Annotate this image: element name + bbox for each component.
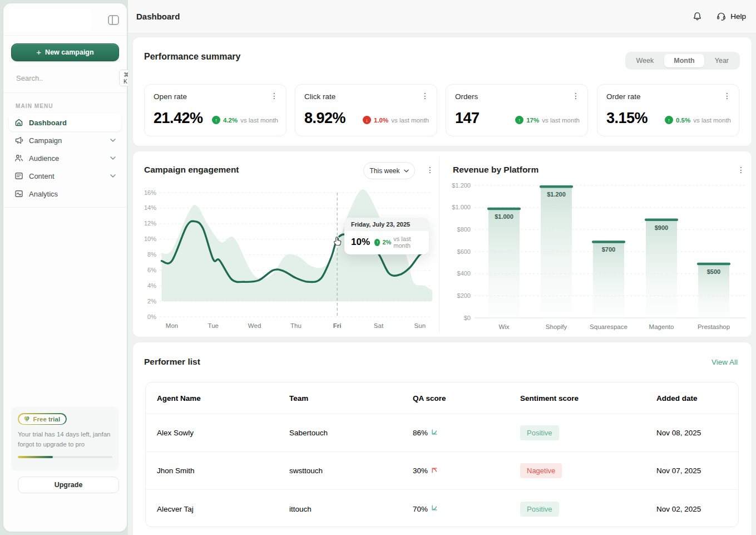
qa-score: 86%: [413, 429, 428, 437]
revenue-bar-chart[interactable]: $1.200$1.000$800$600$400$200$0$1.000Wix$…: [446, 180, 749, 337]
free-trial-badge: Free trial: [18, 413, 67, 425]
arrow-down-icon: ↓: [363, 116, 371, 124]
kebab-menu-icon[interactable]: ⋮: [737, 166, 745, 174]
sidebar-item-dashboard[interactable]: Dashboard: [9, 114, 121, 131]
svg-text:$700: $700: [602, 246, 615, 253]
range-option-week[interactable]: Week: [627, 54, 664, 67]
performer-list-title: Performer list: [144, 357, 200, 367]
table-row[interactable]: Alecver Taj ittouch 70% Positive Nov 02,…: [146, 490, 738, 527]
arrow-up-icon: ↑: [212, 116, 220, 124]
kebab-menu-icon[interactable]: ⋮: [426, 166, 434, 174]
svg-text:$1.200: $1.200: [452, 182, 471, 189]
dashboard-app: + New campaign ⌘ K MAIN MENU Dashboard C…: [0, 0, 756, 535]
delta-value: 2%: [382, 239, 391, 246]
svg-text:10%: 10%: [144, 235, 156, 242]
delta-suffix: vs last month: [542, 117, 580, 124]
range-segmented-control: Week Month Year: [625, 52, 740, 70]
view-all-link[interactable]: View All: [711, 358, 738, 366]
column-header: QA score: [413, 394, 520, 403]
megaphone-icon: [14, 136, 23, 145]
kebab-menu-icon[interactable]: ⋮: [572, 92, 580, 100]
help-button[interactable]: Help: [716, 11, 746, 22]
sidebar-item-campaign[interactable]: Campaign: [9, 131, 121, 149]
performer-list-panel: Performer list View All Agent Name Team …: [132, 342, 752, 535]
svg-text:12%: 12%: [144, 220, 156, 227]
content-icon: [14, 171, 23, 180]
performer-table: Agent Name Team QA score Sentiment score…: [145, 382, 739, 527]
svg-text:Wed: Wed: [248, 322, 261, 329]
chart-tooltip: Friday, July 23, 2025 10% ↑ 2% vs last m…: [344, 218, 429, 254]
sidebar-item-label: Analytics: [29, 190, 116, 198]
gem-icon: [23, 416, 30, 423]
delta-value: 1.0%: [374, 117, 388, 124]
kebab-menu-icon[interactable]: ⋮: [270, 92, 278, 100]
page-title: Dashboard: [136, 12, 180, 21]
new-campaign-button[interactable]: + New campaign: [11, 43, 119, 61]
range-option-year[interactable]: Year: [705, 54, 738, 67]
trial-progress-bar: [18, 456, 112, 458]
agent-name: Alex Sowly: [157, 429, 289, 437]
performance-summary-panel: Performance summary Week Month Year Open…: [132, 37, 752, 146]
home-icon: [14, 118, 23, 127]
svg-text:14%: 14%: [144, 204, 156, 211]
sidebar-toggle-icon[interactable]: [107, 13, 120, 27]
svg-text:Shopify: Shopify: [546, 323, 567, 330]
main-area: Dashboard Help Performance summary Week …: [128, 0, 756, 535]
svg-text:$400: $400: [457, 270, 471, 277]
table-row[interactable]: Jhon Smith swsttouch 30% Nagetive Nov 07…: [146, 452, 738, 490]
range-option-month[interactable]: Month: [664, 54, 704, 67]
sentiment-badge: Positive: [520, 502, 559, 517]
revenue-chart-title: Revenue by Platform: [453, 165, 538, 175]
team-name: Sabertouch: [289, 429, 413, 437]
svg-text:0%: 0%: [147, 313, 156, 320]
metric-label: Open rate: [154, 92, 187, 101]
trend-up-icon: [431, 504, 438, 513]
svg-text:Thu: Thu: [290, 322, 302, 329]
agent-name: Alecver Taj: [157, 505, 289, 513]
metric-value: 3.15%: [606, 110, 648, 127]
metric-value: 147: [455, 110, 480, 127]
sidebar-item-content[interactable]: Content: [9, 167, 121, 185]
metric-label: Order rate: [606, 92, 641, 101]
sidebar-item-label: Content: [29, 172, 105, 180]
svg-text:$600: $600: [457, 248, 471, 255]
trial-description: Your trial has 14 days left, janfan forg…: [18, 430, 112, 450]
delta-suffix: vs last month: [240, 117, 278, 124]
metric-value: 21.42%: [154, 110, 203, 127]
delta-value: 17%: [526, 117, 539, 124]
svg-text:16%: 16%: [144, 189, 156, 196]
kebab-menu-icon[interactable]: ⋮: [723, 92, 731, 100]
table-row[interactable]: Alex Sowly Sabertouch 86% Positive Nov 0…: [146, 414, 738, 452]
engagement-line-chart[interactable]: 16%14%12%10%8%6%4%2%0%MonTueWedThuFriSat…: [140, 188, 433, 333]
team-name: swsttouch: [289, 467, 413, 475]
engagement-range-dropdown[interactable]: This week: [363, 162, 415, 179]
search-input[interactable]: [16, 74, 114, 82]
svg-text:Magento: Magento: [649, 323, 674, 330]
svg-text:Sun: Sun: [414, 322, 426, 329]
free-trial-label: Free trial: [33, 416, 61, 423]
svg-text:4%: 4%: [147, 282, 156, 289]
sidebar-item-analytics[interactable]: Analytics: [9, 185, 121, 203]
svg-text:6%: 6%: [147, 267, 156, 273]
search-bar[interactable]: ⌘ K: [11, 68, 119, 88]
column-header: Team: [289, 394, 413, 403]
sentiment-badge: Nagetive: [520, 463, 562, 478]
upgrade-button[interactable]: Upgrade: [18, 477, 119, 493]
notifications-button[interactable]: [692, 11, 703, 22]
svg-text:$500: $500: [707, 268, 720, 275]
qa-score: 30%: [413, 467, 428, 475]
metric-value: 8.92%: [304, 110, 345, 127]
svg-text:Fri: Fri: [333, 322, 342, 329]
kebab-menu-icon[interactable]: ⋮: [421, 92, 429, 100]
help-label: Help: [730, 12, 746, 21]
table-header-row: Agent Name Team QA score Sentiment score…: [146, 382, 738, 414]
sidebar-item-audience[interactable]: Audience: [9, 149, 121, 167]
sidebar-item-label: Campaign: [29, 136, 105, 145]
svg-text:Squarespace: Squarespace: [590, 323, 627, 330]
added-date: Nov 08, 2025: [656, 429, 728, 437]
delta-suffix: vs last month: [393, 235, 422, 249]
svg-text:$800: $800: [457, 226, 471, 233]
delta-suffix: vs last month: [391, 117, 429, 124]
users-icon: [14, 154, 23, 163]
sidebar-item-label: Dashboard: [29, 119, 116, 127]
